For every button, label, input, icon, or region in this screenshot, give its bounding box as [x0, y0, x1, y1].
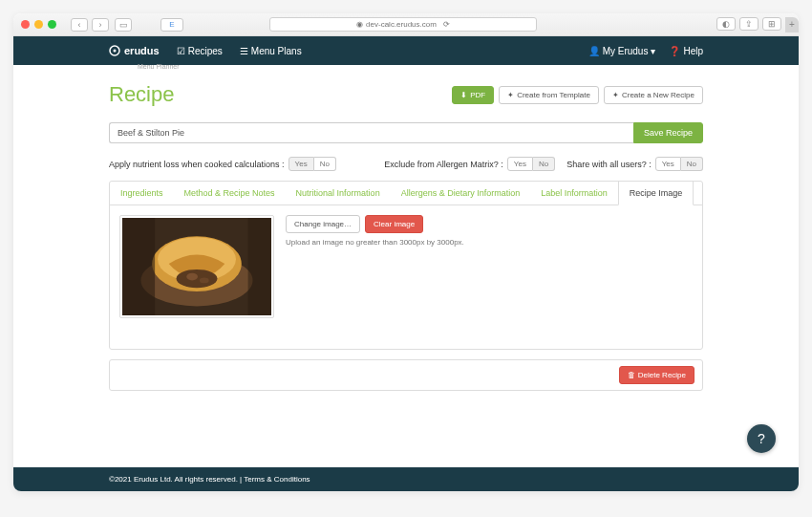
options-row: Apply nutrient loss when cooked calculat… — [109, 153, 703, 181]
share-button[interactable]: ⇪ — [739, 17, 759, 31]
page-title: Recipe — [109, 82, 174, 107]
minimize-window-icon[interactable] — [34, 20, 43, 29]
nav-help[interactable]: ❓ Help — [669, 46, 703, 56]
delete-label: Delete Recipe — [638, 371, 686, 379]
allergen-toggle: Yes No — [507, 157, 555, 171]
maximize-window-icon[interactable] — [48, 20, 56, 29]
nav-recipes[interactable]: ☑ Recipes — [177, 46, 223, 56]
trash-icon: 🗑 — [628, 371, 635, 379]
nutrient-loss-toggle: Yes No — [288, 157, 336, 171]
allergen-yes[interactable]: Yes — [507, 157, 533, 171]
image-hint: Upload an image no greater than 3000px b… — [286, 238, 464, 247]
from-template-label: Create from Template — [517, 91, 590, 99]
top-nav: erudus ☑ Recipes ☰ Menu Plans 👤 My Erudu… — [13, 36, 799, 65]
nav-menu-plans[interactable]: ☰ Menu Plans — [240, 46, 302, 56]
plus-icon: ✦ — [507, 91, 514, 99]
nav-my-erudus-label: My Erudus — [603, 46, 649, 56]
page-header: Recipe ⬇ PDF ✦ Create from Template ✦ Cr… — [109, 82, 703, 107]
pdf-button[interactable]: ⬇ PDF — [452, 86, 494, 104]
create-from-template-button[interactable]: ✦ Create from Template — [499, 86, 599, 104]
brand-subtitle: Menu Planner — [138, 63, 180, 70]
tabs-panel: Ingredients Method & Recipe Notes Nutrit… — [109, 181, 703, 350]
user-icon: 👤 — [588, 46, 600, 56]
site-footer: ©2021 Erudus Ltd. All rights reserved. |… — [13, 467, 799, 491]
recipe-image — [119, 215, 274, 318]
tab-allergens[interactable]: Allergens & Dietary Information — [391, 182, 531, 205]
tab-row: Ingredients Method & Recipe Notes Nutrit… — [110, 182, 702, 205]
svg-rect-10 — [248, 218, 271, 315]
check-icon: ☑ — [177, 46, 185, 56]
nutrient-loss-label: Apply nutrient loss when cooked calculat… — [109, 160, 285, 169]
save-recipe-button[interactable]: Save Recipe — [633, 122, 703, 143]
nav-my-erudus[interactable]: 👤 My Erudus ▾ — [588, 46, 656, 56]
tab-body: Change image… Clear image Upload an imag… — [110, 205, 702, 349]
allergen-label: Exclude from Allergen Matrix? : — [384, 160, 503, 169]
brand[interactable]: erudus — [109, 45, 160, 56]
share-label: Share with all users? : — [566, 160, 652, 169]
brand-icon — [109, 45, 120, 56]
delete-recipe-button[interactable]: 🗑 Delete Recipe — [619, 366, 694, 384]
svg-point-1 — [114, 50, 117, 53]
shield-button[interactable]: ◐ — [716, 17, 736, 31]
plus-icon: ✦ — [612, 91, 619, 99]
tab-nutrition[interactable]: Nutritional Information — [286, 182, 391, 205]
footer-copyright: ©2021 Erudus Ltd. All rights reserved. | — [109, 475, 244, 484]
tab-label[interactable]: Label Information — [530, 182, 618, 205]
url-bar[interactable]: ◉ dev-calc.erudus.com ⟳ — [269, 17, 537, 32]
nutrient-loss-no[interactable]: No — [314, 157, 336, 171]
svg-rect-9 — [122, 218, 155, 315]
nav-menu-plans-label: Menu Plans — [251, 46, 302, 56]
image-side: Change image… Clear image Upload an imag… — [286, 215, 464, 247]
new-recipe-label: Create a New Recipe — [622, 91, 694, 99]
create-new-recipe-button[interactable]: ✦ Create a New Recipe — [604, 86, 703, 104]
help-fab[interactable]: ? — [747, 424, 776, 453]
clear-image-button[interactable]: Clear image — [365, 215, 423, 233]
brand-text: erudus — [124, 45, 160, 56]
download-icon: ⬇ — [460, 91, 467, 99]
sidebar-button[interactable]: ▭ — [115, 18, 132, 32]
browser-tab[interactable]: E — [160, 18, 183, 32]
caret-down-icon: ▾ — [651, 46, 655, 56]
new-tab-button[interactable]: + — [785, 17, 799, 32]
tab-method[interactable]: Method & Recipe Notes — [174, 182, 286, 205]
list-icon: ☰ — [240, 46, 248, 56]
tab-image[interactable]: Recipe Image — [618, 182, 694, 205]
help-icon: ❓ — [669, 46, 680, 56]
titlebar: ‹ › ▭ E ◉ dev-calc.erudus.com ⟳ ◐ ⇪ ⊞ + — [13, 13, 799, 36]
refresh-icon: ⟳ — [443, 20, 450, 29]
allergen-no[interactable]: No — [533, 157, 555, 171]
share-yes[interactable]: Yes — [655, 157, 681, 171]
nav-recipes-label: Recipes — [188, 46, 223, 56]
forward-button[interactable]: › — [92, 18, 109, 32]
tabs-button[interactable]: ⊞ — [762, 17, 781, 31]
nutrient-loss-yes[interactable]: Yes — [288, 157, 314, 171]
name-row: Save Recipe — [109, 122, 703, 143]
share-no[interactable]: No — [681, 157, 703, 171]
svg-point-7 — [186, 273, 198, 281]
tab-ingredients[interactable]: Ingredients — [110, 182, 174, 205]
nav-help-label: Help — [683, 46, 703, 56]
back-button[interactable]: ‹ — [71, 18, 88, 32]
pdf-label: PDF — [470, 91, 485, 99]
terms-link[interactable]: Terms & Conditions — [244, 475, 310, 484]
svg-point-8 — [200, 278, 209, 284]
browser-window: ‹ › ▭ E ◉ dev-calc.erudus.com ⟳ ◐ ⇪ ⊞ + … — [13, 13, 799, 491]
change-image-button[interactable]: Change image… — [286, 215, 360, 233]
close-window-icon[interactable] — [21, 20, 30, 29]
delete-row: 🗑 Delete Recipe — [109, 359, 703, 391]
recipe-name-input[interactable] — [109, 122, 633, 143]
share-toggle: Yes No — [655, 157, 703, 171]
lock-icon: ◉ — [356, 20, 363, 29]
url-text: dev-calc.erudus.com — [366, 20, 437, 29]
